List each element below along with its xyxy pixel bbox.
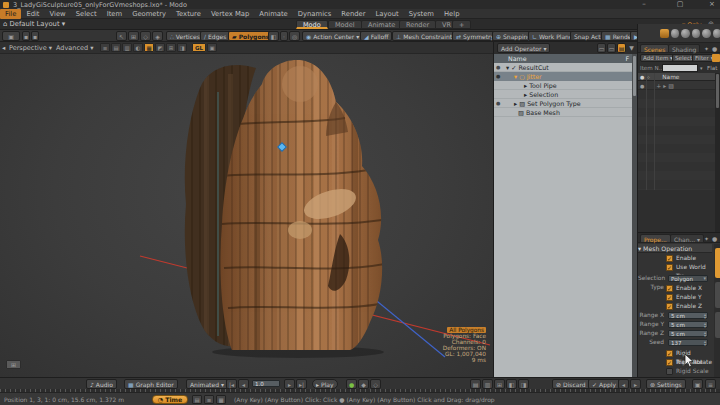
shade-icon[interactable]: ▤ xyxy=(111,43,121,52)
time-toggle[interactable]: ◔ Time xyxy=(152,395,188,404)
edges-mode-button[interactable]: ∕Edges xyxy=(200,31,230,41)
menu-geometry[interactable]: Geometry xyxy=(127,9,171,19)
flat-toggle[interactable]: Flat xyxy=(707,65,717,71)
menu-file[interactable]: File xyxy=(0,9,21,19)
selection-type-dropdown[interactable]: Polygon▾ xyxy=(668,275,708,282)
add-operator-button[interactable]: Add Operator▾ xyxy=(497,43,550,53)
menu-help[interactable]: Help xyxy=(439,9,465,19)
graph-editor-button[interactable]: ▦Graph Editor xyxy=(124,379,178,389)
use-world-checkbox[interactable]: ✓ xyxy=(666,264,673,271)
transform-tool-icon[interactable]: ⊞ xyxy=(128,31,139,41)
enable-x-checkbox[interactable]: ✓ xyxy=(666,285,673,292)
search-dropdown-icon[interactable]: ▾ xyxy=(700,65,703,71)
tab-scenes[interactable]: Scenes xyxy=(640,44,669,53)
texture-icon[interactable]: ▥ xyxy=(122,43,132,52)
reflection-icon[interactable]: ◐ xyxy=(133,43,143,52)
enable-y-checkbox[interactable]: ✓ xyxy=(666,294,673,301)
viewport-switch-icon[interactable]: ▣ xyxy=(2,31,20,41)
wrench-icon[interactable]: ✦ xyxy=(704,45,709,52)
overlay-icon[interactable]: ◨ xyxy=(177,43,187,52)
settings-button[interactable]: ⊛Settings xyxy=(646,379,686,389)
menu-animate[interactable]: Animate xyxy=(254,9,292,19)
vertices-mode-button[interactable]: ∴Vertices xyxy=(166,31,204,41)
viewport-3d[interactable]: ◂ Perspective ▾ Advanced ▾ ≡ ▤ ▥ ◐ ▦ ◩ ⊞… xyxy=(0,42,493,377)
rigid-rotate-checkbox[interactable]: ✓ xyxy=(666,359,673,366)
tool-icon-5[interactable]: ◨ xyxy=(518,379,529,389)
range-z-field[interactable]: 5 cm▴▾ xyxy=(668,330,708,337)
ops-view-icon[interactable]: ▤ xyxy=(617,43,626,53)
viewport-options-icon[interactable]: ▣ xyxy=(207,43,217,52)
audio-button[interactable]: ♪Audio xyxy=(86,379,117,389)
item-search-input[interactable] xyxy=(662,64,698,72)
shading-dropdown[interactable]: Advanced ▾ xyxy=(56,44,93,52)
tool-icon-4[interactable]: ◧ xyxy=(506,379,517,389)
tab-modo[interactable]: Modo xyxy=(296,20,328,29)
lasso-tool-icon[interactable]: ◇ xyxy=(140,31,151,41)
side-tab-item[interactable] xyxy=(715,282,720,308)
preset-orange-icon[interactable] xyxy=(660,29,669,38)
tool-icon-3[interactable]: ⊞ xyxy=(494,379,505,389)
tool-icon-2[interactable]: ▥ xyxy=(482,379,493,389)
current-time-field[interactable]: 1.0 xyxy=(252,380,280,387)
range-x-field[interactable]: 5 cm▴▾ xyxy=(668,312,708,319)
grid-icon[interactable]: ⊞ xyxy=(166,43,176,52)
enable-z-checkbox[interactable]: ✓ xyxy=(666,303,673,310)
paint-tool-icon[interactable]: ◈ xyxy=(152,31,163,41)
menu-dynamics[interactable]: Dynamics xyxy=(293,9,337,19)
menu-select[interactable]: Select xyxy=(71,9,102,19)
apply-button[interactable]: ✓Apply xyxy=(588,379,620,389)
tab-properties[interactable]: Prope... xyxy=(640,234,671,243)
viewport-canvas[interactable]: All Polygons Polygons: Face Channels: 0 … xyxy=(0,54,493,377)
memory-s-icon[interactable]: ▪ xyxy=(31,31,39,41)
ghost-mode-icon[interactable]: ▦ xyxy=(144,43,154,52)
menu-view[interactable]: View xyxy=(45,9,71,19)
go-start-icon[interactable]: |◂ xyxy=(226,379,237,389)
mesh-operation-section[interactable]: ▾ Mesh Operation xyxy=(638,244,712,253)
xray-icon[interactable]: ◩ xyxy=(155,43,165,52)
animated-dropdown[interactable]: Animated▾ xyxy=(186,379,228,389)
pin-icon[interactable]: ✦ xyxy=(704,235,709,242)
menu-layout[interactable]: Layout xyxy=(371,9,404,19)
mesh-constraint-button[interactable]: ⊥Mesh Constraint xyxy=(392,31,456,41)
mesh-op-row-tool-pipe[interactable]: ▸ Tool Pipe xyxy=(494,81,633,90)
menu-vertex-map[interactable]: Vertex Map xyxy=(206,9,254,19)
wireframe-icon[interactable]: ≡ xyxy=(100,43,110,52)
menu-system[interactable]: System xyxy=(404,9,439,19)
mesh-op-row-resultcut[interactable]: ●▾ ✓ ResultCut xyxy=(494,63,633,72)
center-mode-icon[interactable]: · xyxy=(280,31,288,41)
select-tool-icon[interactable]: ↖ xyxy=(116,31,127,41)
auto-key-icon[interactable]: ● xyxy=(346,379,357,389)
add-item-button[interactable]: Add Item ▾ xyxy=(640,54,676,62)
gl-toggle[interactable]: GL xyxy=(192,43,206,52)
action-center-dropdown[interactable]: ◉Action Center▾ xyxy=(302,31,363,41)
extra-icon-1[interactable]: ▣ xyxy=(692,379,703,389)
tab-model[interactable]: Model xyxy=(328,20,362,29)
key-add-icon[interactable]: ◆ xyxy=(358,379,369,389)
item-row-mesh[interactable]: ● + ▸ ▨ 6_LadyGiScu... xyxy=(638,81,716,90)
items-mode-icon[interactable]: ◧ xyxy=(268,31,279,41)
menu-texture[interactable]: Texture xyxy=(171,9,206,19)
menu-render[interactable]: Render xyxy=(336,9,370,19)
add-layout-tab-button[interactable]: + xyxy=(452,20,471,29)
menu-item[interactable]: Item xyxy=(102,9,127,19)
item-list-scrollbar[interactable] xyxy=(715,73,720,232)
grid-small-icon[interactable]: ▦ xyxy=(216,395,226,404)
tab-channels[interactable]: Chan... ▾ xyxy=(670,234,704,243)
range-y-field[interactable]: 5 cm▴▾ xyxy=(668,321,708,328)
menu-edit[interactable]: Edit xyxy=(21,9,44,19)
thumb-view-icon[interactable]: ▭ xyxy=(607,43,616,53)
step-fwd-icon[interactable]: ▸ xyxy=(630,379,641,389)
tab-shading[interactable]: Shading xyxy=(668,44,700,53)
panel-options-icon[interactable]: ● xyxy=(712,45,717,52)
seed-field[interactable]: 137▴▾ xyxy=(668,339,708,346)
layers-icon[interactable]: ▤ xyxy=(192,395,202,404)
memory-m-icon[interactable]: ▪ xyxy=(22,31,30,41)
mesh-op-row-jitter[interactable]: ●▾ ○ Jitter xyxy=(494,72,633,81)
preset-sphere-icon[interactable] xyxy=(713,29,720,38)
list-view-icon[interactable]: ▭ xyxy=(597,43,606,53)
search-type-label[interactable]: Item N... xyxy=(640,65,664,71)
close-button[interactable]: × xyxy=(704,0,720,9)
highlight-icon[interactable] xyxy=(712,54,720,62)
tool-icon-1[interactable]: ▤ xyxy=(470,379,481,389)
preset-sphere-icon[interactable] xyxy=(671,29,680,38)
